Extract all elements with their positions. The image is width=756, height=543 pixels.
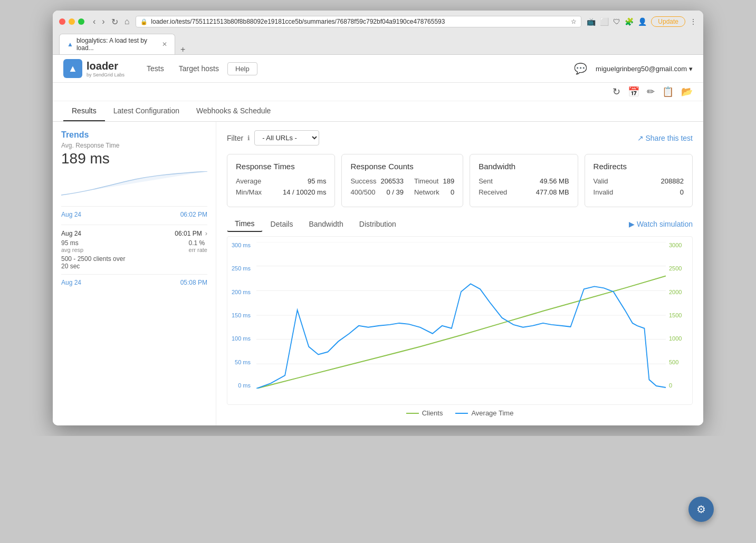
logo-name: loader xyxy=(87,60,125,72)
edit-icon[interactable]: ✏ xyxy=(647,86,655,98)
user-email: miguelgrinberg50@gmail.com xyxy=(596,65,687,73)
nav-help[interactable]: Help xyxy=(227,62,257,75)
stat-card-redirects: Redirects Valid 208882 Invalid 0 xyxy=(585,154,693,207)
share-icon: ↗ xyxy=(637,134,644,142)
trend-item-1[interactable]: Aug 24 06:01 PM › 95 ms avg resp 0.1 % xyxy=(61,225,207,274)
response-counts-title: Response Counts xyxy=(350,162,454,171)
y-right-2000: 2000 xyxy=(669,289,682,295)
update-button[interactable]: Update xyxy=(651,16,685,27)
user-menu[interactable]: miguelgrinberg50@gmail.com ▾ xyxy=(596,65,693,73)
tab-results[interactable]: Results xyxy=(63,101,105,121)
trend-date-2: Aug 24 xyxy=(61,279,81,286)
calendar-icon[interactable]: 📅 xyxy=(628,86,639,98)
y-left-200: 200 ms xyxy=(232,289,251,295)
timeout-label: Timeout xyxy=(414,177,438,185)
puzzle-icon: 🧩 xyxy=(625,17,634,26)
watch-simulation-button[interactable]: ▶ Watch simulation xyxy=(629,220,693,228)
active-tab[interactable]: ▲ blogalytics: A load test by load... ✕ xyxy=(59,34,175,54)
avg-value: 189 ms xyxy=(61,150,207,167)
app-nav: Tests Target hosts Help xyxy=(140,62,257,75)
valid-val: 208882 xyxy=(661,177,684,185)
logo-icon: ▲ xyxy=(63,59,82,78)
avg-label: Average xyxy=(236,177,261,185)
trend-item-2[interactable]: Aug 24 05:08 PM xyxy=(61,274,207,293)
filter-label: Filter xyxy=(227,134,243,142)
copy-icon[interactable]: 📋 xyxy=(662,86,674,98)
chart-tab-details[interactable]: Details xyxy=(263,216,301,232)
trend-item-0[interactable]: Aug 24 06:02 PM xyxy=(61,206,207,225)
play-icon: ▶ xyxy=(629,220,635,228)
legend-clients: Clients xyxy=(406,409,443,417)
menu-icon[interactable]: ⋮ xyxy=(690,17,697,26)
home-button[interactable]: ⌂ xyxy=(122,17,132,27)
logo-area: ▲ loader by SendGrid Labs xyxy=(63,59,125,78)
shield-icon: 🛡 xyxy=(613,17,620,26)
folder-icon[interactable]: 📂 xyxy=(681,86,693,98)
trends-title: Trends xyxy=(61,130,207,140)
network-val: 0 xyxy=(451,188,454,196)
icon-toolbar: ↻ 📅 ✏ 📋 📂 xyxy=(53,83,703,101)
app-header: ▲ loader by SendGrid Labs Tests Target h… xyxy=(53,55,703,83)
y-right-2500: 2500 xyxy=(669,265,682,272)
sidebar: Trends Avg. Response Time 189 ms Aug 24 … xyxy=(53,122,216,425)
response-times-title: Response Times xyxy=(236,162,326,171)
avg-label: Avg. Response Time xyxy=(61,142,207,149)
trend-time-1: 06:01 PM xyxy=(175,230,202,237)
address-bar[interactable]: 🔒 loader.io/tests/7551121513b80f8b88092e… xyxy=(136,16,581,27)
reload-button[interactable]: ↻ xyxy=(109,17,120,27)
error-label: 400/500 xyxy=(350,188,375,196)
new-tab-button[interactable]: + xyxy=(176,45,189,54)
cast-icon: 📺 xyxy=(587,17,596,26)
legend-line-blue xyxy=(455,413,468,414)
traffic-light-yellow[interactable] xyxy=(69,18,75,25)
chart-tab-bandwidth[interactable]: Bandwidth xyxy=(301,216,351,232)
main-content: Trends Avg. Response Time 189 ms Aug 24 … xyxy=(53,122,703,425)
y-axis-right: 3000 2500 2000 1500 1000 500 0 xyxy=(666,242,692,389)
extensions-icon: ⬜ xyxy=(600,17,609,26)
mini-chart xyxy=(61,171,207,198)
filter-select[interactable]: - All URLs - xyxy=(254,130,319,146)
y-left-250: 250 ms xyxy=(232,265,251,272)
legend-line-green xyxy=(406,413,419,414)
traffic-light-green[interactable] xyxy=(78,18,84,25)
sent-val: 49.56 MB xyxy=(540,177,569,185)
trend-date-1: Aug 24 xyxy=(61,230,81,237)
refresh-icon[interactable]: ↻ xyxy=(613,86,620,98)
received-val: 477.08 MB xyxy=(536,188,569,196)
stat-card-response-times: Response Times Average 95 ms Min/Max 14 … xyxy=(227,154,335,207)
chat-icon[interactable]: 💬 xyxy=(574,62,587,75)
trend-avg-resp: 95 ms xyxy=(61,239,83,247)
right-panel: Filter ℹ - All URLs - ↗ Share this test xyxy=(216,122,703,425)
timeout-val: 189 xyxy=(443,177,454,185)
tab-webhooks[interactable]: Webhooks & Schedule xyxy=(188,101,279,121)
stat-card-response-counts: Response Counts Success 206533 400/500 0… xyxy=(341,154,463,207)
forward-button[interactable]: › xyxy=(100,17,107,27)
nav-target-hosts[interactable]: Target hosts xyxy=(173,62,225,75)
chart-container: 300 ms 250 ms 200 ms 150 ms 100 ms 50 ms… xyxy=(227,236,693,405)
tab-latest-config[interactable]: Latest Configuration xyxy=(105,101,188,121)
trend-err-rate-label: err rate xyxy=(189,247,207,253)
y-left-300: 300 ms xyxy=(232,242,251,248)
redirects-title: Redirects xyxy=(594,162,684,171)
filter-row: Filter ℹ - All URLs - ↗ Share this test xyxy=(227,130,693,146)
page-tabs: Results Latest Configuration Webhooks & … xyxy=(53,101,703,122)
chart-tab-distribution[interactable]: Distribution xyxy=(351,216,404,232)
trend-time-2: 05:08 PM xyxy=(180,279,207,286)
bandwidth-title: Bandwidth xyxy=(479,162,569,171)
share-test-button[interactable]: ↗ Share this test xyxy=(637,134,693,142)
y-right-1500: 1500 xyxy=(669,312,682,318)
lock-icon: 🔒 xyxy=(140,18,148,25)
legend-avg-time-label: Average Time xyxy=(471,409,513,417)
minmax-val: 14 / 10020 ms xyxy=(283,188,326,196)
chart-tab-times[interactable]: Times xyxy=(227,216,263,232)
tab-title: blogalytics: A load test by load... xyxy=(76,37,159,52)
y-right-500: 500 xyxy=(669,359,678,365)
tab-close-button[interactable]: ✕ xyxy=(162,41,167,48)
y-left-100: 100 ms xyxy=(232,335,251,342)
trend-date-0: Aug 24 xyxy=(61,211,81,218)
nav-tests[interactable]: Tests xyxy=(140,62,170,75)
bookmark-icon: ☆ xyxy=(571,18,577,25)
traffic-light-red[interactable] xyxy=(59,18,65,25)
chart-legend: Clients Average Time xyxy=(227,409,693,417)
back-button[interactable]: ‹ xyxy=(91,17,98,27)
